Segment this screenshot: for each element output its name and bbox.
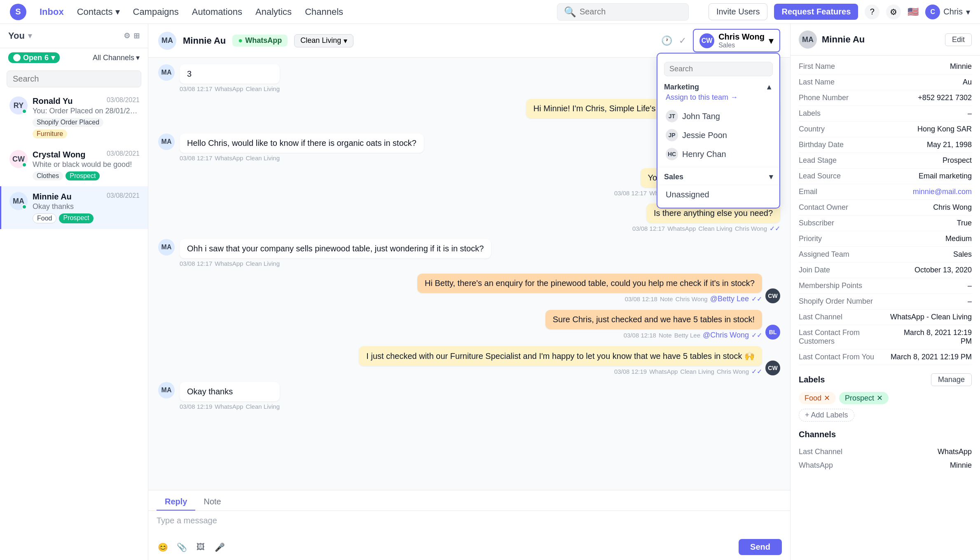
dropdown-search-input[interactable] <box>664 62 773 76</box>
nav-contacts[interactable]: Contacts ▾ <box>77 7 120 17</box>
msg-avatar: MA <box>158 382 175 398</box>
assign-agent-button[interactable]: CW Chris Wong Sales ▾ <box>693 29 780 52</box>
send-button[interactable]: Send <box>739 539 782 555</box>
info-row-leadsource: Lead Source Email marketing <box>799 169 972 184</box>
nav-user[interactable]: C Chris ▾ <box>925 5 970 19</box>
chat-contact-avatar: MA <box>158 32 176 50</box>
right-panel: MA Minnie Au Edit First Name Minnie Last… <box>791 24 980 560</box>
attachment-icon[interactable]: 📎 <box>175 541 188 553</box>
emoji-icon[interactable]: 😊 <box>157 541 169 553</box>
assign-agent-name: Chris Wong <box>718 32 765 42</box>
edit-button[interactable]: Edit <box>945 33 972 46</box>
contact-name: Crystal Wong <box>33 150 86 159</box>
sidebar-filters: Open 6 ▾ All Channels ▾ <box>0 48 148 67</box>
image-icon[interactable]: 🖼 <box>194 541 207 553</box>
label-prospect[interactable]: Prospect ✕ <box>839 392 889 404</box>
channel-label: WhatsApp <box>799 461 833 470</box>
unassigned-option[interactable]: Unassigned <box>657 187 779 203</box>
channels-section: Last Channel WhatsApp WhatsApp Minnie <box>791 442 980 476</box>
msg-text: I just checked with our Furniture Specia… <box>359 346 762 366</box>
manage-labels-button[interactable]: Manage <box>931 373 972 386</box>
sidebar-user[interactable]: You ▾ ⚙ ⊞ <box>8 30 140 41</box>
assign-team-link[interactable]: Assign to this team → <box>666 93 773 102</box>
clock-icon: 🕐 <box>661 35 672 46</box>
note-tab[interactable]: Note <box>195 494 229 511</box>
reply-tab[interactable]: Reply <box>157 494 195 511</box>
contact-list: RY Ronald Yu 03/08/2021 You: Order Place… <box>0 91 148 560</box>
sidebar-you-label: You <box>8 30 25 41</box>
msg-meta: 03/08 12:18 Note Betty Lee @Chris Wong ✓… <box>624 331 762 340</box>
audio-icon[interactable]: 🎤 <box>213 541 226 553</box>
read-tick: ✓✓ <box>751 331 762 339</box>
open-badge[interactable]: Open 6 ▾ <box>8 52 60 63</box>
avatar: CW <box>9 150 28 168</box>
contact-item-crystal[interactable]: CW Crystal Wong 03/08/2021 White or blac… <box>0 144 148 186</box>
dropdown-section-title-marketing[interactable]: Marketing ▲ <box>664 83 773 91</box>
channel-badge[interactable]: Clean Living ▾ <box>294 34 353 47</box>
request-features-button[interactable]: Request Features <box>774 4 858 20</box>
nav-analytics[interactable]: Analytics <box>255 7 292 17</box>
nav-inbox[interactable]: Inbox <box>40 7 64 17</box>
grid-icon[interactable]: ⊞ <box>133 31 140 40</box>
user-avatar: C <box>925 5 940 19</box>
online-indicator <box>22 162 27 167</box>
sidebar-search-input[interactable] <box>7 70 141 87</box>
chevron-down-icon: ▾ <box>769 172 773 181</box>
nav-channels[interactable]: Channels <box>305 7 343 17</box>
help-icon[interactable]: ? <box>865 5 879 19</box>
info-label: Labels <box>799 109 821 118</box>
info-label: Last Channel <box>799 313 842 321</box>
contact-item-ronald[interactable]: RY Ronald Yu 03/08/2021 You: Order Place… <box>0 91 148 144</box>
chevron-down-icon: ▾ <box>966 7 970 17</box>
info-table: First Name Minnie Last Name Au Phone Num… <box>791 56 980 368</box>
msg-text: Ohh i saw that your company sells pinewo… <box>180 239 491 258</box>
close-icon[interactable]: ✕ <box>877 394 883 403</box>
info-value: Chris Wong <box>933 203 972 212</box>
reply-input[interactable]: Type a message <box>148 511 790 536</box>
nav-campaigns[interactable]: Campaigns <box>133 7 179 17</box>
dropdown-agent-jessie[interactable]: JP Jessie Poon <box>657 126 779 145</box>
channel-filter[interactable]: All Channels ▾ <box>93 53 140 62</box>
info-label: Last Name <box>799 78 835 87</box>
dropdown-section-title-sales[interactable]: Sales ▾ <box>664 172 773 181</box>
msg-bubble: Hello Chris, would like to know if there… <box>180 134 424 162</box>
info-label: Email <box>799 187 817 196</box>
tag-clothes: Clothes <box>33 171 63 180</box>
info-row-email: Email minnie@mail.com <box>799 184 972 200</box>
avatar: RY <box>9 96 28 115</box>
invite-users-button[interactable]: Invite Users <box>709 3 768 20</box>
info-label: Join Date <box>799 266 830 274</box>
dropdown-agent-henry[interactable]: HC Henry Chan <box>657 145 779 164</box>
online-indicator <box>22 109 27 114</box>
labels-row: Food ✕ Prospect ✕ <box>799 392 972 404</box>
contact-info: Crystal Wong 03/08/2021 White or black w… <box>33 150 140 180</box>
dropdown-agent-john[interactable]: JT John Tang <box>657 107 779 126</box>
tag-food: Food <box>33 213 56 223</box>
msg-bubble: I just checked with our Furniture Specia… <box>359 346 762 375</box>
channel-label: Last Channel <box>799 448 842 456</box>
nav-automations[interactable]: Automations <box>192 7 242 17</box>
nav-search-input[interactable] <box>580 7 682 16</box>
msg-text: Sure Chris, just checked and we have 5 t… <box>545 310 762 329</box>
msg-avatar: MA <box>158 134 175 150</box>
msg-bubble: 3 03/08 12:17 WhatsApp Clean Living <box>180 64 280 92</box>
settings-icon[interactable]: ⚙ <box>124 31 130 40</box>
msg-meta: 03/08 12:19 WhatsApp Clean Living Chris … <box>614 368 762 375</box>
label-food[interactable]: Food ✕ <box>799 392 836 404</box>
info-value: Sales <box>953 250 972 259</box>
contact-item-minnie[interactable]: MA Minnie Au 03/08/2021 Okay thanks Food… <box>0 186 148 229</box>
agent-avatar: BL <box>765 325 780 340</box>
assign-dropdown-wrapper: CW Chris Wong Sales ▾ <box>693 29 780 52</box>
assign-agent-info: Chris Wong Sales <box>718 32 765 49</box>
msg-text: Hi Betty, there's an enquiry for the pin… <box>417 274 762 293</box>
assign-dropdown-menu: Marketing ▲ Assign to this team → JT Joh… <box>657 53 780 209</box>
close-icon[interactable]: ✕ <box>824 394 830 403</box>
add-label-button[interactable]: + Add Labels <box>799 409 854 422</box>
contact-panel-avatar: MA <box>799 30 817 49</box>
info-label: Assigned Team <box>799 250 849 259</box>
settings-icon[interactable]: ⚙ <box>886 5 901 19</box>
info-row-team: Assigned Team Sales <box>799 247 972 262</box>
info-value: +852 9221 7302 <box>918 94 972 102</box>
info-label: Last Contact From You <box>799 353 874 361</box>
labels-title: Labels <box>799 375 825 384</box>
